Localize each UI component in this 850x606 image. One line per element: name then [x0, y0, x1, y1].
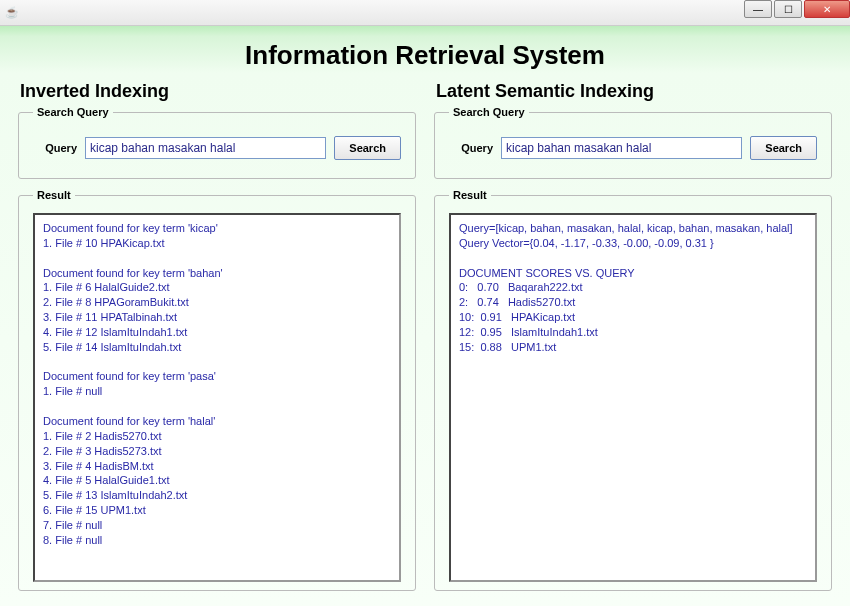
inverted-indexing-panel: Inverted Indexing Search Query Query Sea… — [18, 81, 416, 601]
inverted-query-input[interactable] — [85, 137, 326, 159]
inverted-search-legend: Search Query — [33, 106, 113, 118]
inverted-result-fieldset: Result Document found for key term 'kica… — [18, 189, 416, 591]
lsi-query-label: Query — [449, 142, 493, 154]
page-title: Information Retrieval System — [0, 26, 850, 81]
java-icon: ☕ — [4, 5, 20, 21]
inverted-search-fieldset: Search Query Query Search — [18, 106, 416, 179]
window-controls: — ☐ ✕ — [742, 0, 850, 20]
lsi-query-row: Query Search — [449, 130, 817, 166]
lsi-search-button[interactable]: Search — [750, 136, 817, 160]
titlebar: ☕ — ☐ ✕ — [0, 0, 850, 26]
inverted-query-label: Query — [33, 142, 77, 154]
maximize-button[interactable]: ☐ — [774, 0, 802, 18]
lsi-panel: Latent Semantic Indexing Search Query Qu… — [434, 81, 832, 601]
lsi-result-legend: Result — [449, 189, 491, 201]
minimize-button[interactable]: — — [744, 0, 772, 18]
inverted-heading: Inverted Indexing — [18, 81, 416, 102]
lsi-result-fieldset: Result Query=[kicap, bahan, masakan, hal… — [434, 189, 832, 591]
lsi-heading: Latent Semantic Indexing — [434, 81, 832, 102]
content-area: Inverted Indexing Search Query Query Sea… — [0, 81, 850, 601]
lsi-search-legend: Search Query — [449, 106, 529, 118]
close-button[interactable]: ✕ — [804, 0, 850, 18]
inverted-search-button[interactable]: Search — [334, 136, 401, 160]
inverted-result-legend: Result — [33, 189, 75, 201]
lsi-search-fieldset: Search Query Query Search — [434, 106, 832, 179]
lsi-result-textarea[interactable]: Query=[kicap, bahan, masakan, halal, kic… — [449, 213, 817, 582]
inverted-result-textarea[interactable]: Document found for key term 'kicap' 1. F… — [33, 213, 401, 582]
inverted-query-row: Query Search — [33, 130, 401, 166]
lsi-query-input[interactable] — [501, 137, 742, 159]
